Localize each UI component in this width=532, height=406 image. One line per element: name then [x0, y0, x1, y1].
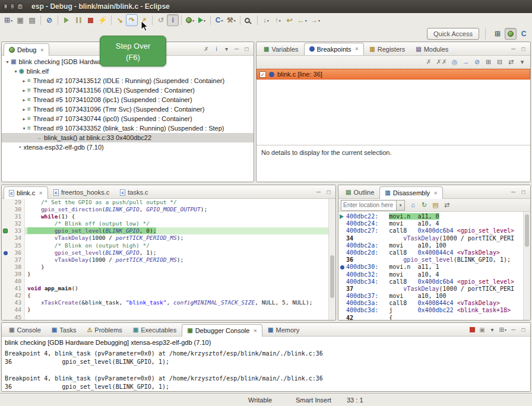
disassembly-line[interactable]: 400dbc2d: call8 0x400844c4 <vTaskDelay> — [338, 249, 523, 256]
disassembly-line[interactable]: 400dbc3a: call8 0x400844c4 <vTaskDelay> — [338, 300, 523, 307]
editor-ruler[interactable] — [2, 299, 10, 306]
instruction-stepping-mode-button[interactable]: i — [211, 44, 221, 54]
new-menu-arrow[interactable]: ▾ — [11, 18, 12, 23]
editor-ruler[interactable] — [2, 220, 10, 227]
minimize-console-button[interactable]: ─ — [508, 325, 518, 335]
back-menu-arrow[interactable]: ▾ — [305, 18, 307, 23]
expand-all-button[interactable]: ⊞ — [483, 57, 494, 68]
tree-expander-icon[interactable]: ▸ — [21, 88, 27, 93]
close-tab-icon[interactable]: ✕ — [39, 191, 43, 196]
cpp-perspective-button[interactable]: C — [518, 28, 530, 40]
editor-line[interactable]: 39} — [2, 271, 328, 278]
tab-disassembly[interactable]: ▥Disassembly✕ — [379, 186, 443, 199]
tab-executables[interactable]: ▣Executables — [128, 323, 182, 336]
build-button[interactable]: ⚒▾ — [225, 14, 238, 26]
editor-line[interactable]: 41void app_main() — [2, 285, 328, 292]
open-perspective-button[interactable]: ⊞ — [492, 28, 504, 40]
debug-tree-item[interactable]: ▸≡Thread #7 1073430744 (ipc0) (Suspended… — [2, 114, 254, 123]
editor-ruler[interactable] — [2, 278, 10, 285]
tab-registers[interactable]: ▥Registers — [364, 43, 410, 55]
tab-outline[interactable]: ▤Outline — [340, 186, 379, 198]
disassembly-scrollbar-thumb[interactable] — [525, 214, 529, 247]
forward-button[interactable]: →▾ — [309, 14, 322, 26]
show-supported-breakpoints-button[interactable]: ◎ — [449, 57, 460, 68]
disassembly-line[interactable]: 34 vTaskDelay(1000 / portTICK_PERI — [338, 235, 523, 242]
editor-line[interactable]: 33 gpio_set_level(BLINK_GPIO, 0); — [2, 227, 328, 234]
disassembly-line[interactable]: 400dbc3d: j 0x400dbc22 <blink_task+18> — [338, 307, 523, 314]
editor-ruler[interactable] — [2, 199, 10, 206]
skip-all-button[interactable]: ⊘ — [471, 57, 483, 68]
terminate-console-button[interactable] — [467, 325, 477, 335]
suspend-button[interactable] — [72, 14, 84, 26]
minimize-button[interactable]: − — [10, 3, 14, 10]
tree-expander-icon[interactable]: ▸ — [21, 78, 27, 84]
editor-line[interactable]: 45 — [2, 314, 328, 321]
console-body[interactable]: blink checking [GDB Hardware Debugging] … — [2, 337, 530, 391]
print-button[interactable]: ▤ — [26, 14, 38, 26]
tree-expander-icon[interactable]: ▸ — [21, 116, 27, 122]
editor-ruler[interactable] — [2, 213, 10, 220]
maximize-breakpoints-button[interactable]: □ — [518, 44, 528, 54]
remove-all-terminated-button[interactable]: ✗ — [201, 44, 211, 54]
new-button[interactable]: ⊞▾ — [2, 14, 14, 26]
disassembly-line[interactable]: 37 vTaskDelay(1000 / portTICK_PERI — [338, 286, 523, 293]
editor-line[interactable]: 32 /* Blink off (output low) */ — [2, 220, 328, 227]
disconnect-button[interactable]: ⚡ — [96, 14, 109, 26]
close-tab-icon[interactable]: ✕ — [40, 47, 44, 53]
editor-ruler[interactable] — [2, 314, 10, 321]
debug-tree-item[interactable]: ▸≡Thread #6 1073431096 (Tmr Svc) (Suspen… — [2, 104, 254, 114]
debug-tree-item[interactable]: ▸≡Thread #2 1073413512 (IDLE : Running) … — [2, 76, 254, 85]
editor-line[interactable]: 34 vTaskDelay(1000 / portTICK_PERIOD_MS)… — [2, 234, 328, 242]
editor-ruler[interactable] — [2, 292, 10, 299]
disassembly-line[interactable]: 400dbc30: movi.n a11, 1 — [338, 264, 523, 271]
debug-tree-item[interactable]: ▾◉blink.elf — [2, 66, 254, 76]
link-with-debug-view-button[interactable]: ⇄ — [505, 57, 517, 68]
editor-line[interactable]: 30 gpio_set_direction(BLINK_GPIO, GPIO_M… — [2, 206, 328, 213]
next-annotation-button[interactable]: ↓▾ — [260, 14, 272, 26]
debug-button[interactable]: ▾ — [184, 14, 196, 26]
maximize-debug-button[interactable]: □ — [242, 44, 252, 54]
breakpoint-ruler[interactable] — [2, 249, 10, 256]
editor-line[interactable]: 31 while(1) { — [2, 213, 328, 220]
tab-tasks-c[interactable]: ctasks.c — [115, 186, 153, 198]
minimize-breakpoints-button[interactable]: ─ — [508, 44, 518, 54]
tab-console[interactable]: ▣Console — [4, 323, 46, 336]
maximize-editor-button[interactable]: □ — [324, 187, 334, 197]
disassembly-line[interactable]: 400dbc34: call8 0x400dc6b4 <gpio_set_lev… — [338, 278, 523, 286]
show-source-button[interactable]: ▤ — [430, 200, 441, 211]
tab-debugger-console[interactable]: ▣Debugger Console✕ — [182, 324, 262, 337]
display-selected-console-button[interactable]: ▾ — [487, 325, 498, 335]
tab-memory[interactable]: ▦Memory — [262, 323, 305, 336]
search-button[interactable] — [243, 14, 255, 26]
editor-line[interactable]: 43 xTaskCreate(&blink_task, "blink_task"… — [2, 299, 328, 306]
tab-problems[interactable]: ⚠Problems — [81, 323, 127, 336]
close-button[interactable]: × — [4, 3, 8, 10]
editor-body[interactable]: 29 /* Set the GPIO as a push/pull output… — [2, 199, 335, 320]
close-tab-icon[interactable]: ✕ — [433, 191, 438, 196]
save-button[interactable]: ▣ — [14, 14, 26, 26]
debug-tree-item[interactable]: ▾≡Thread #9 1073433352 (blink_task : Run… — [2, 123, 254, 133]
debug-tree-item[interactable]: ▪xtensa-esp32-elf-gdb (7.10) — [2, 142, 254, 152]
minimize-editor-button[interactable]: ─ — [314, 187, 324, 197]
tab-debug[interactable]: Debug✕ — [4, 43, 49, 56]
tree-expander-icon[interactable]: ▸ — [21, 107, 27, 112]
maximize-console-button[interactable]: □ — [518, 325, 528, 335]
location-dropdown-icon[interactable]: ▼ — [396, 201, 404, 210]
disassembly-body[interactable]: 400dbc22: movi.n a11, 0400dbc24: movi a1… — [338, 212, 530, 320]
refresh-disassembly-button[interactable]: ↻ — [419, 200, 430, 211]
drop-to-frame-button[interactable]: ↺ — [155, 14, 167, 26]
last-edit-location-button[interactable]: ↩ — [284, 14, 296, 26]
step-into-button[interactable]: ↘ — [114, 14, 126, 26]
open-console-menu-arrow[interactable]: ▾ — [505, 328, 506, 332]
tab-modules[interactable]: ▤Modules — [410, 43, 454, 55]
editor-ruler[interactable] — [2, 256, 10, 264]
editor-ruler[interactable] — [2, 306, 10, 313]
minimize-disassembly-button[interactable]: ─ — [508, 187, 518, 197]
instruction-stepping-button[interactable]: i — [167, 14, 179, 26]
skip-all-breakpoints-button[interactable]: ⊘ — [43, 14, 55, 26]
breakpoint-row[interactable]: ✓ blink.c [line: 36] — [256, 69, 530, 80]
next-annotation-menu-arrow[interactable]: ▾ — [267, 18, 269, 23]
back-button[interactable]: ←▾ — [296, 14, 309, 26]
close-tab-icon[interactable]: ✕ — [253, 328, 257, 334]
run-button[interactable]: ▾ — [196, 14, 208, 26]
